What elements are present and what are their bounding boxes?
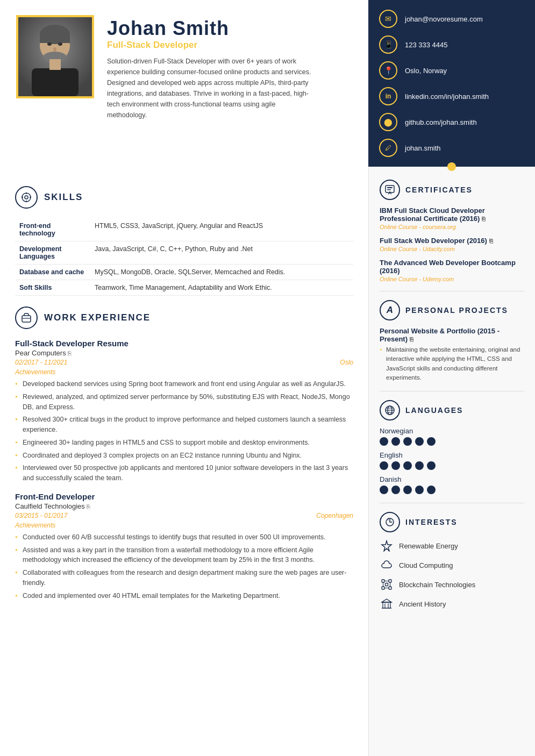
svg-rect-29 (382, 580, 384, 582)
interests-header: INTERESTS (380, 512, 524, 532)
skill-row: Development Languages Java, JavaScript, … (15, 241, 353, 265)
github-icon: ⬤ (379, 113, 397, 131)
job-1-achievements-label: Achievements (15, 368, 353, 376)
cert-1-name: IBM Full Stack Cloud Developer Professio… (380, 206, 524, 223)
dot (391, 461, 400, 470)
project-1-name: Personal Website & Portfolio (2015 - Pre… (380, 327, 524, 343)
bullet: Conducted over 60 A/B successful testing… (15, 532, 353, 543)
contact-phone: 📱 123 333 4445 (379, 35, 524, 54)
dot (427, 437, 436, 446)
lang-english-name: English (380, 451, 524, 459)
interest-cloud: Cloud Computing (380, 558, 524, 572)
svg-rect-20 (387, 189, 391, 190)
job-1-title: Full-Stack Developer Resume (15, 339, 353, 348)
interest-history-label: Ancient History (399, 600, 446, 608)
interest-renewable: Renewable Energy (380, 539, 524, 553)
project-1: Personal Website & Portfolio (2015 - Pre… (380, 327, 524, 382)
project-bullet: Maintaining the website entertaining, or… (380, 345, 524, 382)
languages-title: LANGUAGES (405, 406, 463, 415)
dot (415, 461, 424, 470)
job-2-achievements-label: Achievements (15, 522, 353, 529)
bullet: Interviewed over 50 prospective job appl… (15, 463, 353, 483)
interest-renewable-label: Renewable Energy (399, 542, 458, 550)
svg-point-10 (22, 193, 31, 202)
svg-point-6 (58, 42, 62, 46)
renewable-icon (380, 539, 394, 553)
svg-rect-30 (389, 580, 391, 582)
avatar (16, 15, 94, 98)
portfolio-icon: 🖊 (379, 139, 397, 157)
dot (427, 486, 436, 494)
lang-english-dots (380, 461, 524, 470)
svg-rect-31 (382, 587, 384, 589)
divider-2 (380, 391, 524, 391)
job-2-company: Caulfield Technologies ⎘ (15, 502, 353, 510)
dot (427, 461, 436, 470)
job-1-bullets: Developed backend services using Spring … (15, 379, 353, 483)
skills-table: Front-end technology HTML5, CSS3, JavaSc… (15, 218, 353, 296)
certificates-section: CERTIFICATES IBM Full Stack Cloud Develo… (380, 180, 524, 282)
job-1-location: Oslo (340, 359, 353, 366)
interest-blockchain-label: Blockchain Technologies (399, 581, 475, 589)
skill-row: Database and cache MySQL, MongoDB, Oracl… (15, 265, 353, 280)
work-header: WORK EXPERIENCE (15, 306, 353, 329)
cert-2-source: Online Course - Udacity.com (380, 246, 524, 252)
contact-location: 📍 Oslo, Norway (379, 61, 524, 80)
skill-label: Development Languages (15, 241, 90, 265)
skill-row: Front-end technology HTML5, CSS3, JavaSc… (15, 218, 353, 241)
svg-point-5 (47, 42, 52, 46)
svg-rect-33 (386, 583, 388, 586)
phone-icon: 📱 (379, 35, 397, 54)
certs-header: CERTIFICATES (380, 180, 524, 200)
skill-label: Front-end technology (15, 218, 90, 241)
side-column: CERTIFICATES IBM Full Stack Cloud Develo… (368, 167, 535, 756)
dot (380, 486, 388, 494)
interest-blockchain: Blockchain Technologies (380, 577, 524, 591)
job-title: Full-Stack Developer (107, 40, 355, 51)
svg-rect-19 (387, 187, 393, 188)
certs-icon (380, 180, 400, 200)
job-2-location: Copenhagen (316, 512, 353, 519)
lang-norwegian-dots (380, 437, 524, 446)
cloud-icon (380, 558, 394, 572)
bullet: Collaborated with colleagues from the re… (15, 568, 353, 588)
job-2-title: Front-End Developer (15, 492, 353, 501)
personal-projects-section: A PERSONAL PROJECTS Personal Website & P… (380, 300, 524, 382)
job-2-dates: 03/2015 - 01/2017 (15, 512, 67, 519)
certs-title: CERTIFICATES (405, 186, 473, 194)
main-column: SKILLS Front-end technology HTML5, CSS3,… (0, 167, 368, 756)
cert-1: IBM Full Stack Cloud Developer Professio… (380, 206, 524, 230)
skills-icon (15, 186, 38, 209)
svg-point-7 (53, 47, 56, 52)
divider-3 (380, 503, 524, 503)
skills-header: SKILLS (15, 186, 353, 209)
svg-rect-32 (389, 587, 391, 589)
work-title: WORK EXPERIENCE (44, 312, 151, 323)
job-2-bullets: Conducted over 60 A/B successful testing… (15, 532, 353, 601)
linkedin-icon: in (379, 87, 397, 105)
job-1: Full-Stack Developer Resume Pear Compute… (15, 339, 353, 483)
cert-2-name: Full Stack Web Developer (2016) ⎘ (380, 237, 524, 245)
location-icon: 📍 (379, 61, 397, 80)
projects-title: PERSONAL PROJECTS (405, 306, 508, 315)
bullet: Coded and implemented over 40 HTML email… (15, 591, 353, 601)
dot (391, 486, 400, 494)
blockchain-icon (380, 577, 394, 591)
svg-marker-44 (382, 599, 391, 602)
dot (380, 461, 388, 470)
skill-value: HTML5, CSS3, JavaScript, jQuery, Angular… (90, 218, 353, 241)
dot (415, 437, 424, 446)
lang-norwegian-name: Norwegian (380, 427, 524, 435)
history-icon (380, 597, 394, 611)
bullet: Developed backend services using Spring … (15, 379, 353, 389)
dot (403, 461, 412, 470)
skills-section: SKILLS Front-end technology HTML5, CSS3,… (15, 186, 353, 296)
job-1-company: Pear Computers ⎘ (15, 349, 353, 357)
bullet: Coordinated and deployed 3 complex proje… (15, 451, 353, 461)
dot (403, 437, 412, 446)
skill-row: Soft Skills Teamwork, Time Management, A… (15, 280, 353, 296)
cert-3: The Advanced Web Developer Bootcamp (201… (380, 259, 524, 282)
projects-icon: A (380, 300, 400, 320)
dot (403, 486, 412, 494)
yellow-connector-dot (447, 162, 456, 171)
